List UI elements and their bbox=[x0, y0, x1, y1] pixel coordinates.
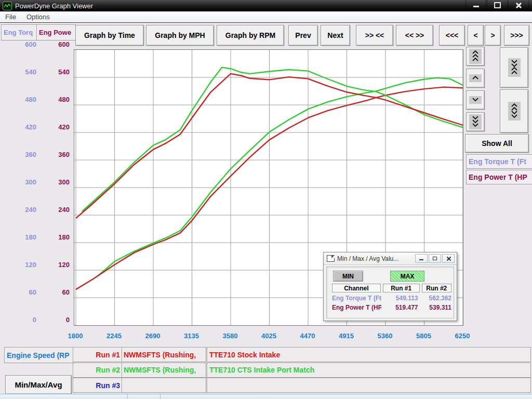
minmax-avg-button[interactable]: Min/Max/Avg bbox=[5, 375, 72, 394]
minmax-minimize-icon[interactable] bbox=[415, 254, 428, 263]
rpm-axis-tick: 4470 bbox=[291, 332, 324, 340]
toolbar-button-[interactable]: << >> bbox=[396, 25, 433, 46]
menu-item-file[interactable]: File bbox=[0, 13, 21, 21]
channel-list-item-power[interactable]: Eng Power T (HP bbox=[466, 170, 532, 184]
rpm-axis-tick: 4915 bbox=[330, 332, 363, 340]
minmax-run2-value: 562.362 bbox=[422, 295, 454, 302]
close-icon[interactable] bbox=[508, 0, 529, 10]
minmax-run1-value: 519.477 bbox=[381, 304, 422, 311]
min-toggle-button[interactable]: MIN bbox=[333, 271, 363, 282]
minimize-icon[interactable] bbox=[466, 0, 486, 10]
minmax-run2-value: 539.311 bbox=[422, 304, 454, 311]
run-file-name-1[interactable]: NWMSFTS (Rushing, bbox=[122, 347, 206, 362]
minmax-col-header-run-2[interactable]: Run #2 bbox=[422, 284, 451, 292]
rpm-axis-tick: 4025 bbox=[252, 332, 286, 340]
power-axis-tick: 300 bbox=[39, 178, 70, 186]
power-axis-tick: 540 bbox=[39, 68, 70, 76]
chevron-down-triple-icon bbox=[469, 114, 482, 129]
run-file-name-3[interactable] bbox=[122, 378, 206, 393]
toolbar-button-[interactable]: > bbox=[485, 25, 501, 46]
chevron-up-icon bbox=[469, 74, 482, 82]
toolbar-button-next[interactable]: Next bbox=[321, 25, 350, 46]
toolbar-button-graph-by-time[interactable]: Graph by Time bbox=[75, 25, 144, 46]
minmax-run1-value: 549.113 bbox=[381, 295, 422, 302]
rpm-axis-tick: 5360 bbox=[368, 332, 402, 340]
toolbar-button-graph-by-mph[interactable]: Graph by MPH bbox=[146, 25, 214, 46]
chevron-down-button[interactable] bbox=[466, 90, 485, 110]
power-axis-tick: 60 bbox=[39, 288, 70, 296]
run-file-name-2[interactable]: NWMSFTS (Rushing, bbox=[122, 363, 206, 378]
run-description-2[interactable]: TTE710 CTS Intake Port Match bbox=[207, 363, 531, 378]
run-label-2: Run #2 bbox=[73, 363, 124, 378]
run-description-1[interactable]: TTE710 Stock Intake bbox=[207, 347, 531, 362]
channel-tab-torque[interactable]: Eng Torq bbox=[1, 24, 38, 41]
minmax-channel-name: Eng Torque T (Ft- bbox=[332, 295, 381, 302]
channel-list-item-torque[interactable]: Eng Torque T (Ft bbox=[466, 154, 532, 169]
app-window: PowerDyne Graph Viewer FileOptions Eng T… bbox=[0, 0, 532, 399]
minmax-body: MIN MAX ChannelRun #1Run #2 Eng Torque T… bbox=[326, 267, 454, 318]
torque-axis-tick: 600 bbox=[1, 41, 36, 48]
maximize-icon[interactable] bbox=[487, 0, 508, 10]
minmax-col-header-run-1[interactable]: Run #1 bbox=[383, 284, 420, 292]
channel-tab-power[interactable]: Eng Powe bbox=[36, 24, 76, 41]
menu-bar: FileOptions bbox=[0, 11, 532, 23]
rpm-axis-tick: 2245 bbox=[98, 332, 131, 340]
minmax-channel-name: Eng Power T (HP) bbox=[332, 304, 381, 311]
power-axis-tick: 240 bbox=[39, 206, 70, 214]
rpm-axis-tick: 3580 bbox=[214, 332, 247, 340]
minmax-table-header: ChannelRun #1Run #2 bbox=[332, 284, 454, 292]
toolbar-button-[interactable]: <<< bbox=[439, 25, 465, 46]
chevron-up-button[interactable] bbox=[466, 69, 485, 88]
rpm-axis-tick: 6250 bbox=[446, 332, 479, 340]
chevron-up-triple-icon bbox=[469, 49, 482, 64]
toolbar-button-[interactable]: >> << bbox=[356, 25, 393, 46]
show-all-button[interactable]: Show All bbox=[465, 134, 529, 153]
status-bar bbox=[0, 394, 532, 399]
run-label-1: Run #1 bbox=[73, 347, 124, 362]
torque-axis-tick: 420 bbox=[1, 123, 36, 131]
power-axis-tick: 480 bbox=[39, 96, 70, 103]
torque-axis-tick: 360 bbox=[1, 151, 36, 158]
run-description-3[interactable] bbox=[207, 378, 531, 393]
chevron-down-triple-button[interactable] bbox=[466, 112, 485, 131]
power-axis-tick: 120 bbox=[39, 261, 70, 269]
minmax-window[interactable]: Min / Max / Avg Valu... MIN MAX ChannelR… bbox=[323, 252, 457, 321]
minmax-col-header-channel[interactable]: Channel bbox=[332, 284, 381, 292]
rpm-axis-tick: 5805 bbox=[407, 332, 441, 340]
curve-eng-torque-t-ft-lb-run-2-tte710-cts-inta bbox=[82, 68, 463, 211]
torque-axis-tick: 480 bbox=[1, 96, 36, 103]
toolbar-button-graph-by-rpm[interactable]: Graph by RPM bbox=[217, 25, 284, 46]
chevron-collapse-vertical-button[interactable] bbox=[500, 47, 528, 88]
rpm-axis-tick: 3135 bbox=[175, 332, 208, 340]
power-axis-tick: 600 bbox=[39, 41, 70, 48]
menu-item-options[interactable]: Options bbox=[21, 13, 55, 21]
toolbar-button-[interactable]: < bbox=[468, 25, 484, 46]
rpm-axis-tick: 2690 bbox=[136, 332, 169, 340]
torque-axis-tick: 240 bbox=[1, 206, 36, 214]
minmax-title-bar[interactable]: Min / Max / Avg Valu... bbox=[324, 252, 457, 265]
chevron-collapse-vertical-icon bbox=[508, 58, 521, 77]
app-icon bbox=[3, 2, 12, 10]
minmax-window-controls bbox=[414, 254, 455, 263]
rpm-axis-tick: 1800 bbox=[59, 332, 92, 340]
torque-axis-tick: 120 bbox=[1, 261, 36, 269]
torque-axis-tick: 300 bbox=[1, 178, 36, 186]
x-channel-label: Engine Speed (RP bbox=[4, 347, 73, 363]
power-axis-tick: 420 bbox=[39, 123, 70, 131]
minmax-row-power: Eng Power T (HP)519.477539.311 bbox=[332, 304, 454, 311]
chevron-expand-vertical-icon bbox=[508, 102, 521, 121]
power-axis-tick: 0 bbox=[39, 316, 70, 324]
torque-axis-tick: 0 bbox=[1, 316, 36, 324]
toolbar-button-[interactable]: >>> bbox=[504, 25, 529, 46]
max-toggle-button[interactable]: MAX bbox=[390, 271, 424, 282]
power-axis-tick: 180 bbox=[39, 233, 70, 241]
run-label-3: Run #3 bbox=[73, 378, 124, 393]
power-axis-tick: 360 bbox=[39, 151, 70, 158]
minmax-row-torque: Eng Torque T (Ft-549.113562.362 bbox=[332, 295, 454, 302]
toolbar-button-prev[interactable]: Prev bbox=[288, 25, 318, 46]
minmax-restore-icon[interactable] bbox=[429, 254, 441, 263]
torque-axis-tick: 180 bbox=[1, 233, 36, 241]
chevron-expand-vertical-button[interactable] bbox=[500, 89, 528, 133]
minmax-close-icon[interactable] bbox=[442, 254, 455, 263]
chevron-up-triple-button[interactable] bbox=[466, 47, 485, 66]
